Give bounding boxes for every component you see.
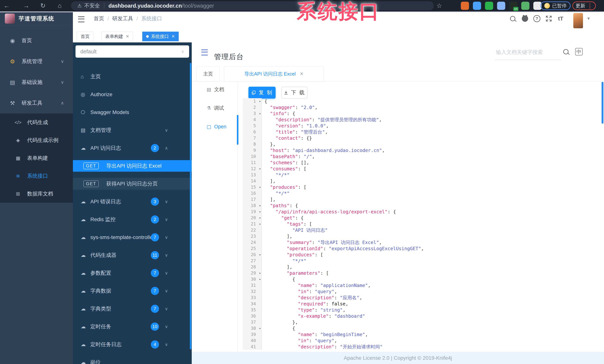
operation-row[interactable]: GET导出API 访问日志 Excel (73, 160, 192, 172)
group-select[interactable]: default ∨ (76, 45, 189, 58)
extension-icon-4[interactable] (497, 2, 505, 10)
sidebar-item[interactable]: ▤基础设施∨ (0, 72, 73, 93)
fold-icon[interactable]: ▾ (259, 184, 261, 190)
copy-button[interactable]: 复 制 (249, 87, 276, 99)
doc-search-input[interactable]: 输入文档关键字搜索 (496, 49, 543, 56)
reload-icon[interactable]: ↻ (38, 0, 48, 12)
extension-icon-2[interactable] (473, 2, 481, 10)
swagger-group[interactable]: ▤文档管理∨ (73, 121, 192, 139)
sidebar-item[interactable]: </>代码生成 (0, 113, 73, 131)
fold-icon[interactable]: ▾ (259, 215, 261, 221)
cloud-icon: ☁ (81, 145, 88, 151)
doc-tab[interactable]: 主页 (196, 66, 220, 81)
swagger-group[interactable]: ☁API 错误日志3∨ (73, 193, 192, 211)
fullscreen-icon[interactable] (543, 12, 554, 25)
fold-icon[interactable]: ▾ (259, 202, 261, 209)
sidebar-item[interactable]: ◈代码生成示例 (0, 131, 73, 149)
swagger-group[interactable]: ⎔Swagger Models (73, 103, 192, 121)
close-tag-icon[interactable]: ✕ (171, 34, 175, 39)
fold-icon[interactable]: ▾ (259, 111, 261, 117)
mini-nav-调试[interactable]: ⚗调试 (192, 99, 238, 117)
swagger-group[interactable]: ◎Authorize (73, 86, 192, 103)
swagger-group[interactable]: ⌂主页 (73, 68, 192, 86)
swagger-group[interactable]: ☁API 访问日志2∧ (73, 139, 192, 157)
code-editor[interactable]: 1▾{2"swagger": "2.0",3▾"info": {4"descri… (243, 98, 581, 352)
mini-nav-文档[interactable]: ▤文档 (192, 80, 238, 99)
breadcrumb-item[interactable]: 研发工具 (112, 15, 133, 22)
code-text: "operationId": "exportApiAccessLogExcelU… (262, 246, 424, 252)
collapse-sidebar-icon[interactable] (78, 16, 84, 23)
token: , (421, 246, 424, 251)
fold-icon[interactable]: ▾ (259, 252, 261, 258)
extension-icon-1[interactable] (461, 2, 469, 10)
page-scrollbar[interactable] (602, 82, 604, 124)
forward-icon[interactable]: → (21, 0, 31, 12)
code-text: "produces": [ (262, 252, 323, 258)
sidebar-item[interactable]: ◉首页 (0, 30, 73, 51)
sidebar-item[interactable]: ≋系统接口 (0, 167, 73, 185)
avatar[interactable] (573, 13, 583, 28)
chevron-down-icon: ∨ (165, 336, 168, 353)
breadcrumb-item[interactable]: 首页 (94, 15, 104, 22)
fold-icon[interactable]: ▾ (259, 209, 261, 215)
tag-item[interactable]: 首页 (77, 32, 94, 41)
logo-row[interactable]: 芋道管理系统 (0, 12, 73, 25)
swagger-group[interactable]: ☁sys-sms-template-controller7∨ (73, 228, 192, 246)
swagger-group[interactable]: ☁定时任务10∨ (73, 318, 192, 336)
sidebar-item[interactable]: ⚙系统管理∨ (0, 51, 73, 72)
extension-icon-3[interactable] (485, 2, 493, 10)
swagger-group[interactable]: ☁参数配置7∨ (73, 264, 192, 282)
header-search-icon[interactable] (507, 12, 518, 25)
bookmark-star-icon[interactable]: ☆ (434, 0, 444, 12)
mini-nav-open[interactable]: ▢Open (192, 117, 238, 136)
download-button[interactable]: 下 载 (281, 87, 308, 99)
fold-icon[interactable]: ▾ (259, 276, 261, 282)
swagger-group[interactable]: ☁代码生成器11∨ (73, 246, 192, 264)
line-number: 24 (243, 239, 262, 246)
browser-menu-icon[interactable]: ⋮ (587, 3, 593, 9)
sidebar-item[interactable]: ⊞数据库文档 (0, 185, 73, 203)
swagger-group[interactable]: ☁字典类型7∨ (73, 300, 192, 318)
help-icon[interactable]: ? (532, 12, 542, 25)
github-icon[interactable] (520, 12, 530, 25)
close-tab-icon[interactable]: ✕ (300, 71, 303, 76)
line-number: 40 (243, 338, 262, 344)
language-toggle[interactable]: 中 (575, 48, 583, 55)
swagger-group[interactable]: ☁岗位 (73, 353, 192, 364)
doc-tab[interactable]: 导出API 访问日志 Excel✕ (224, 66, 324, 81)
mini-nav-scrollbar[interactable] (237, 115, 239, 145)
fold-icon[interactable]: ▾ (259, 270, 261, 276)
tag-item[interactable]: 表单构建✕ (101, 32, 133, 41)
extension-icon-5[interactable]: cn (509, 2, 517, 10)
doc-search-icon[interactable] (563, 49, 568, 55)
code-text: { (262, 276, 295, 282)
swagger-group[interactable]: ☁字典数据7∨ (73, 282, 192, 300)
text-size-icon[interactable]: tT (555, 12, 566, 25)
close-tag-icon[interactable]: ✕ (126, 34, 129, 39)
sidebar-item[interactable]: ▦表单构建 (0, 149, 73, 167)
swagger-group[interactable]: ☁定时任务日志4∨ (73, 336, 192, 353)
operation-row[interactable]: GET获得API 访问日志分页 (73, 178, 192, 189)
fold-icon[interactable]: ▾ (259, 166, 261, 172)
sidebar-item-label: 表单构建 (27, 155, 48, 162)
home-icon[interactable]: ⌂ (55, 0, 64, 12)
swagger-operation[interactable]: GET获得API 访问日志分页 (73, 175, 192, 193)
auth-icon: ◎ (81, 91, 88, 98)
cloud-icon: ☁ (81, 199, 88, 205)
sidebar-item[interactable]: ⚒研发工具∧ (0, 93, 73, 113)
doc-collapse-icon[interactable] (201, 50, 208, 56)
tag-active[interactable]: 系统接口✕ (142, 32, 179, 41)
swagger-sidebar-scrollbar[interactable] (190, 63, 191, 349)
update-browser-button[interactable]: 更新 ⋮ (572, 1, 596, 10)
chevron-up-icon: ∧ (61, 100, 64, 106)
back-icon[interactable]: ← (2, 0, 12, 12)
user-menu-caret-icon[interactable]: ▼ (587, 12, 591, 25)
fold-icon[interactable]: ▾ (259, 325, 261, 331)
extension-icon-6[interactable] (521, 2, 529, 10)
paused-extension-button[interactable]: 已暂停 (541, 1, 570, 10)
fold-icon[interactable]: ▾ (259, 221, 261, 227)
swagger-group[interactable]: ☁Redis 监控2∨ (73, 211, 192, 228)
token: ], (287, 264, 292, 270)
swagger-operation[interactable]: GET导出API 访问日志 Excel (73, 157, 192, 175)
fold-icon[interactable]: ▾ (259, 98, 261, 104)
